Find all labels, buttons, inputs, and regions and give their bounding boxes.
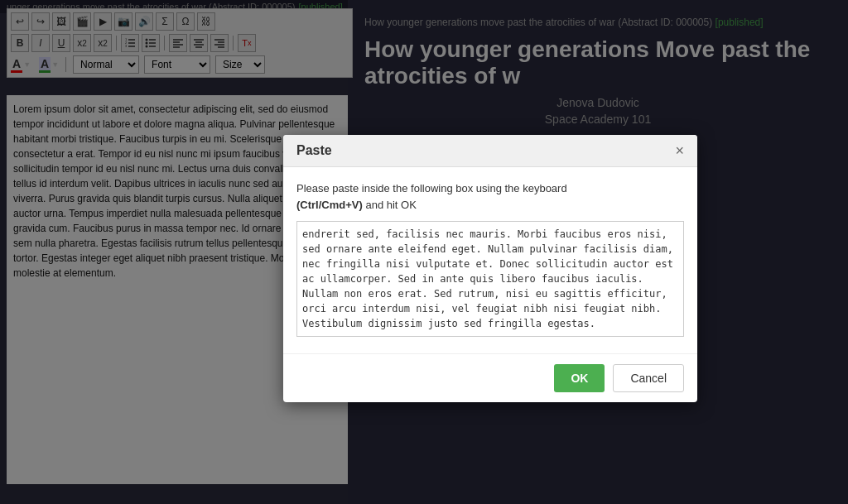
modal-header: Paste × — [283, 135, 697, 167]
cancel-button[interactable]: Cancel — [613, 364, 684, 392]
paste-textarea[interactable]: endrerit sed, facilisis nec mauris. Morb… — [296, 221, 684, 337]
modal-title: Paste — [296, 143, 332, 158]
modal-overlay: Paste × Please paste inside the followin… — [0, 0, 848, 504]
modal-body: Please paste inside the following box us… — [283, 167, 697, 353]
instruction-shortcut: (Ctrl/Cmd+V) — [296, 199, 363, 211]
modal-footer: OK Cancel — [283, 353, 697, 402]
instruction-suffix: and hit OK — [365, 199, 416, 211]
modal-instruction: Please paste inside the following box us… — [296, 180, 684, 213]
modal-close-button[interactable]: × — [675, 143, 684, 158]
instruction-text: Please paste inside the following box us… — [296, 182, 567, 194]
ok-button[interactable]: OK — [554, 364, 605, 392]
paste-modal: Paste × Please paste inside the followin… — [283, 135, 697, 402]
